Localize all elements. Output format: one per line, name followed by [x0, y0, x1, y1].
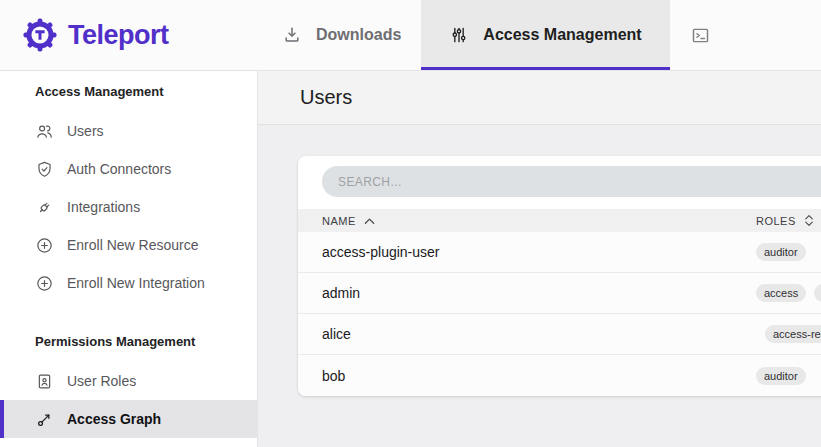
table-header: NAME ROLES [298, 209, 821, 232]
user-roles-cell: access a [756, 284, 821, 302]
tab-access-management-label: Access Management [483, 26, 641, 44]
column-roles-label: ROLES [756, 215, 796, 227]
tab-downloads-label: Downloads [316, 26, 401, 44]
sidebar-heading-permissions-management: Permissions Management [0, 332, 257, 352]
user-name-cell: access-plugin-user [298, 244, 440, 260]
sidebar-item-user-roles[interactable]: User Roles [0, 362, 257, 400]
user-name-cell: bob [298, 368, 345, 384]
page-title: Users [300, 86, 352, 109]
users-icon [35, 122, 54, 141]
sidebar-item-enroll-new-resource[interactable]: Enroll New Resource [0, 226, 257, 264]
teleport-gear-icon [22, 17, 58, 53]
user-name-cell: alice [298, 326, 351, 342]
column-header-roles[interactable]: ROLES [756, 214, 814, 227]
plus-circle-icon [35, 274, 54, 293]
content-area: NAME ROLES [258, 125, 821, 447]
role-pill: auditor [756, 243, 806, 261]
graph-arrow-icon [35, 410, 54, 429]
column-name-label: NAME [322, 215, 356, 227]
role-pill: access [756, 284, 806, 302]
plus-circle-icon [35, 236, 54, 255]
id-badge-icon [35, 372, 54, 391]
plug-icon [35, 198, 54, 217]
sort-both-icon [804, 214, 814, 227]
user-roles-cell: auditor [756, 243, 806, 261]
sidebar-item-label: Integrations [67, 199, 140, 215]
users-card: NAME ROLES [298, 156, 821, 396]
sidebar-heading-access-management: Access Management [0, 82, 257, 102]
user-name-cell: admin [298, 285, 360, 301]
role-pill: access-requ [765, 325, 821, 343]
sidebar-item-auth-connectors[interactable]: Auth Connectors [0, 150, 257, 188]
sidebar-item-users[interactable]: Users [0, 112, 257, 150]
sliders-icon [449, 25, 469, 45]
sidebar-section-access-management: Access Management Users [0, 82, 257, 302]
download-icon [282, 25, 302, 45]
column-header-name[interactable]: NAME [298, 215, 375, 227]
table-row[interactable]: admin access a [298, 273, 821, 314]
teleport-logo[interactable]: Teleport [0, 0, 262, 70]
tab-terminal[interactable] [670, 0, 731, 70]
brand-name: Teleport [68, 20, 169, 51]
sidebar-item-label: Auth Connectors [67, 161, 171, 177]
sidebar-item-integrations[interactable]: Integrations [0, 188, 257, 226]
sidebar-item-label: Users [67, 123, 104, 139]
main-area: Users NAME R [258, 71, 821, 447]
user-roles-cell: access-requ [765, 325, 821, 343]
table-row[interactable]: bob auditor [298, 355, 821, 396]
role-pill: auditor [756, 367, 806, 385]
shield-check-icon [35, 160, 54, 179]
search-row [298, 156, 821, 209]
tab-downloads[interactable]: Downloads [262, 0, 421, 70]
sidebar-item-label: Access Graph [67, 411, 161, 427]
sidebar-item-label: Enroll New Resource [67, 237, 199, 253]
sort-asc-icon [364, 217, 375, 225]
user-roles-cell: auditor [756, 367, 806, 385]
sidebar-item-access-graph[interactable]: Access Graph [0, 400, 257, 438]
sidebar: Access Management Users [0, 71, 258, 447]
sidebar-section-permissions-management: Permissions Management User Roles [0, 332, 257, 438]
table-row[interactable]: access-plugin-user auditor [298, 232, 821, 273]
top-nav: Teleport Downloads Access Management [0, 0, 821, 71]
search-input[interactable] [322, 166, 821, 197]
role-pill: a [814, 284, 821, 302]
table-row[interactable]: alice access-requ [298, 314, 821, 355]
tab-access-management[interactable]: Access Management [421, 0, 669, 70]
terminal-icon [690, 25, 711, 46]
page-header: Users [258, 71, 821, 125]
sidebar-item-label: User Roles [67, 373, 136, 389]
sidebar-item-label: Enroll New Integration [67, 275, 205, 291]
sidebar-item-enroll-new-integration[interactable]: Enroll New Integration [0, 264, 257, 302]
top-tabs: Downloads Access Management [262, 0, 731, 70]
